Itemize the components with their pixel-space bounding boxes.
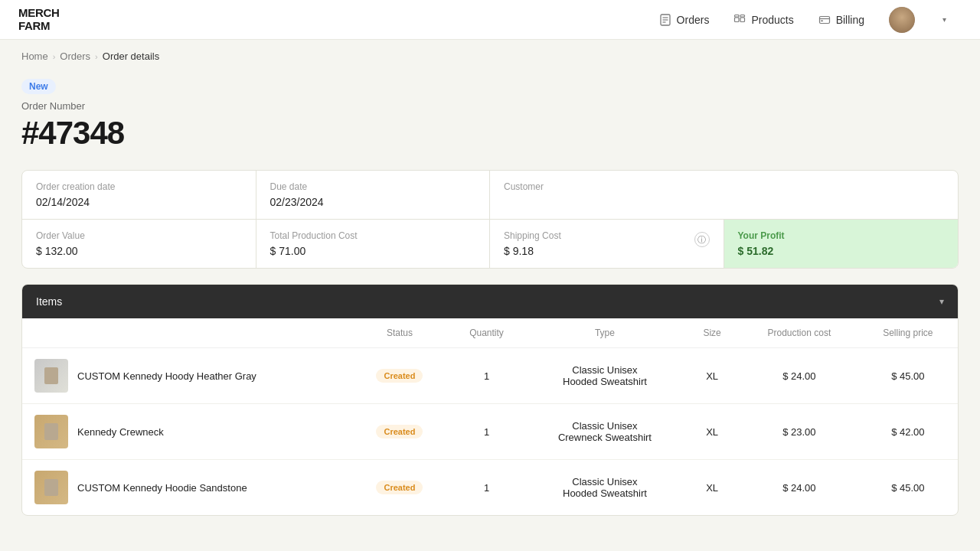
production-cost-cell-0: $ 24.00 (740, 348, 858, 404)
product-cell-0: CUSTOM Kennedy Hoody Heather Gray (22, 348, 352, 404)
table-header-row: Status Quantity Type Size Production cos… (22, 318, 958, 348)
product-thumbnail (34, 415, 68, 448)
order-info-grid: Order creation date 02/14/2024 Due date … (21, 170, 959, 269)
brand-logo[interactable]: MERCH FARM (18, 7, 60, 32)
size-cell-0: XL (684, 348, 740, 404)
production-cost-cell: Total Production Cost $ 71.00 (256, 220, 491, 268)
product-name: CUSTOM Kennedy Hoodie Sandstone (77, 482, 247, 494)
selling-price-cell-2: $ 45.00 (858, 460, 958, 516)
profit-amount: $ 51.82 (738, 245, 945, 257)
breadcrumb-sep-2: › (95, 52, 98, 61)
status-badge: Created (376, 425, 423, 439)
due-date-value: 02/23/2024 (270, 196, 476, 208)
order-number: #47348 (21, 115, 959, 152)
svg-rect-8 (819, 16, 829, 23)
product-cell-2: CUSTOM Kennedy Hoodie Sandstone (22, 460, 352, 516)
breadcrumb-sep-1: › (53, 52, 56, 61)
shipping-amount: $ 9.18 (504, 245, 561, 257)
status-cell-1: Created (352, 404, 447, 460)
breadcrumb-orders[interactable]: Orders (60, 51, 90, 62)
selling-price-cell-0: $ 45.00 (858, 348, 958, 404)
items-title: Items (36, 295, 62, 308)
customer-label: Customer (504, 181, 944, 192)
profit-label: Your Profit (738, 230, 945, 241)
avatar-image (889, 7, 915, 33)
col-header-type: Type (526, 318, 684, 348)
customer-cell: Customer (490, 171, 958, 219)
svg-rect-10 (821, 20, 823, 21)
info-row-labels: Order creation date 02/14/2024 Due date … (22, 171, 958, 219)
status-badge: Created (376, 369, 423, 383)
quantity-cell-0: 1 (447, 348, 526, 404)
due-date-cell: Due date 02/23/2024 (256, 171, 491, 219)
breadcrumb-home[interactable]: Home (21, 51, 48, 62)
page-content: New Order Number #47348 Order creation d… (0, 67, 980, 546)
shipping-label: Shipping Cost (504, 230, 561, 241)
table-row: CUSTOM Kennedy Hoodie Sandstone Created1… (22, 460, 958, 516)
product-info: CUSTOM Kennedy Hoodie Sandstone (34, 471, 340, 504)
items-table: Status Quantity Type Size Production cos… (22, 318, 958, 515)
product-cell-1: Kennedy Crewneck (22, 404, 352, 460)
col-header-product (22, 318, 352, 348)
selling-price-cell-1: $ 42.00 (858, 404, 958, 460)
orders-icon (659, 14, 671, 26)
user-menu-chevron[interactable]: ▾ (942, 15, 946, 24)
items-section: Items ▾ Status Quantity Type Size Produc… (21, 284, 959, 516)
col-header-quantity: Quantity (447, 318, 526, 348)
shipping-inner: Shipping Cost $ 9.18 ⓘ (504, 230, 710, 257)
product-info: CUSTOM Kennedy Hoody Heather Gray (34, 359, 340, 393)
table-row: Kennedy Crewneck Created1Classic UnisexC… (22, 404, 958, 460)
status-cell-0: Created (352, 348, 447, 404)
product-info: Kennedy Crewneck (34, 415, 340, 448)
quantity-cell-1: 1 (447, 404, 526, 460)
items-collapse-chevron[interactable]: ▾ (939, 296, 944, 307)
order-value-label: Order Value (36, 230, 242, 241)
nav-orders[interactable]: Orders (659, 14, 710, 26)
production-cost-cell-1: $ 23.00 (740, 404, 858, 460)
creation-date-value: 02/14/2024 (36, 196, 242, 208)
items-header: Items ▾ (22, 285, 958, 318)
nav-products[interactable]: Products (733, 14, 793, 26)
type-cell-0: Classic UnisexHooded Sweatshirt (526, 348, 684, 404)
order-value-cell: Order Value $ 132.00 (22, 220, 256, 268)
nav-links: Orders Products Billing ▾ (659, 7, 946, 33)
info-row-values: Order Value $ 132.00 Total Production Co… (22, 219, 958, 268)
product-thumbnail (34, 359, 68, 393)
billing-icon (818, 14, 831, 26)
size-cell-1: XL (684, 404, 740, 460)
svg-rect-7 (740, 15, 745, 17)
svg-rect-4 (735, 18, 740, 22)
shipping-info-icon[interactable]: ⓘ (694, 232, 710, 247)
order-value-amount: $ 132.00 (36, 245, 242, 257)
nav-billing[interactable]: Billing (818, 14, 864, 26)
products-icon (733, 14, 746, 26)
product-name: Kennedy Crewneck (77, 426, 164, 438)
breadcrumb-current: Order details (103, 51, 159, 62)
due-date-label: Due date (270, 181, 476, 192)
svg-rect-5 (740, 18, 745, 22)
creation-date-label: Order creation date (36, 181, 242, 192)
product-thumbnail (34, 471, 68, 504)
shipping-text: Shipping Cost $ 9.18 (504, 230, 561, 257)
col-header-status: Status (352, 318, 447, 348)
shipping-cost-cell: Shipping Cost $ 9.18 ⓘ (490, 220, 724, 268)
svg-rect-6 (735, 15, 740, 17)
quantity-cell-2: 1 (447, 460, 526, 516)
breadcrumb: Home › Orders › Order details (0, 40, 980, 67)
product-name: CUSTOM Kennedy Hoody Heather Gray (77, 370, 256, 382)
production-cost-amount: $ 71.00 (270, 245, 476, 257)
navbar: MERCH FARM Orders Products (0, 0, 980, 40)
status-badge: Created (376, 481, 423, 494)
col-header-size: Size (684, 318, 740, 348)
creation-date-cell: Order creation date 02/14/2024 (22, 171, 256, 219)
user-avatar[interactable] (889, 7, 915, 33)
type-cell-2: Classic UnisexHooded Sweatshirt (526, 460, 684, 516)
col-header-production-cost: Production cost (740, 318, 858, 348)
size-cell-2: XL (684, 460, 740, 516)
table-row: CUSTOM Kennedy Hoody Heather Gray Create… (22, 348, 958, 404)
status-cell-2: Created (352, 460, 447, 516)
col-header-selling-price: Selling price (858, 318, 958, 348)
production-cost-label: Total Production Cost (270, 230, 476, 241)
production-cost-cell-2: $ 24.00 (740, 460, 858, 516)
order-status-badge: New (21, 79, 56, 94)
